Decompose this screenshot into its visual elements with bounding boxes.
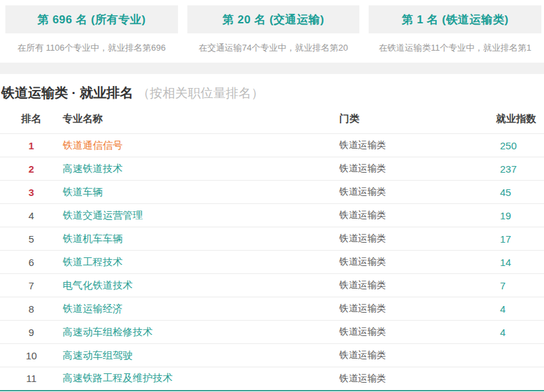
major-cell: 高速铁道技术 bbox=[63, 157, 339, 181]
category-cell: 铁道运输类 bbox=[339, 344, 496, 367]
major-cell: 铁道车辆 bbox=[63, 181, 339, 204]
table-row: 5 铁道机车车辆 铁道运输类 17 bbox=[0, 227, 544, 251]
major-link[interactable]: 高速铁道技术 bbox=[63, 163, 123, 174]
index-cell bbox=[496, 344, 544, 367]
column-header-index: 就业指数 bbox=[496, 107, 544, 134]
category-cell: 铁道运输类 bbox=[339, 321, 496, 344]
index-cell bbox=[496, 367, 544, 391]
major-cell: 高速动车组检修技术 bbox=[63, 321, 339, 344]
table-row: 10 高速动车组驾驶 铁道运输类 bbox=[0, 344, 544, 367]
index-cell: 7 bbox=[496, 274, 544, 297]
category-cell: 铁道运输类 bbox=[339, 227, 496, 251]
table-row: 11 高速铁路工程及维护技术 铁道运输类 bbox=[0, 367, 544, 391]
rank-cell: 4 bbox=[0, 204, 63, 227]
summary-box-transportation: 第 20 名 (交通运输) bbox=[187, 5, 360, 33]
employment-ranking-page: 第 696 名 (所有专业) 第 20 名 (交通运输) 第 1 名 (铁道运输… bbox=[0, 0, 544, 392]
major-cell: 高速动车组驾驶 bbox=[63, 344, 339, 367]
rank-cell: 1 bbox=[0, 134, 63, 157]
summary-box-railway-category: 第 1 名 (铁道运输类) bbox=[369, 5, 541, 33]
major-link[interactable]: 铁道交通运营管理 bbox=[63, 209, 143, 221]
summary-desc-transportation: 在交通运输74个专业中，就业排名第20 bbox=[187, 42, 360, 54]
major-cell: 铁道运输经济 bbox=[63, 297, 339, 321]
table-row: 7 电气化铁道技术 铁道运输类 7 bbox=[0, 274, 544, 297]
category-cell: 铁道运输类 bbox=[339, 274, 496, 297]
section-divider-band bbox=[0, 63, 544, 74]
index-cell: 4 bbox=[496, 297, 544, 321]
major-cell: 铁道交通运营管理 bbox=[63, 204, 339, 227]
section-header: 铁道运输类 · 就业排名 （按相关职位量排名） bbox=[0, 74, 544, 102]
rank-cell: 11 bbox=[0, 367, 63, 391]
category-cell: 铁道运输类 bbox=[339, 204, 496, 227]
summary-descriptions-row: 在所有 1106个专业中，就业排名第696 在交通运输74个专业中，就业排名第2… bbox=[0, 33, 544, 54]
summary-desc-all-majors: 在所有 1106个专业中，就业排名第696 bbox=[5, 42, 178, 54]
major-cell: 铁道通信信号 bbox=[63, 134, 339, 157]
column-header-category: 门类 bbox=[339, 107, 496, 134]
table-row: 8 铁道运输经济 铁道运输类 4 bbox=[0, 297, 544, 321]
major-cell: 铁道工程技术 bbox=[63, 251, 339, 274]
table-row: 1 铁道通信信号 铁道运输类 250 bbox=[0, 134, 544, 157]
ranking-table-body: 1 铁道通信信号 铁道运输类 250 2 高速铁道技术 铁道运输类 237 3 … bbox=[0, 134, 544, 391]
summary-box-title: 第 696 名 (所有专业) bbox=[37, 12, 146, 27]
table-row: 3 铁道车辆 铁道运输类 45 bbox=[0, 181, 544, 204]
category-cell: 铁道运输类 bbox=[339, 157, 496, 181]
summary-boxes-row: 第 696 名 (所有专业) 第 20 名 (交通运输) 第 1 名 (铁道运输… bbox=[0, 0, 544, 33]
rank-cell: 6 bbox=[0, 251, 63, 274]
table-row: 2 高速铁道技术 铁道运输类 237 bbox=[0, 157, 544, 181]
ranking-table: 排名 专业名称 门类 就业指数 1 铁道通信信号 铁道运输类 250 2 高速铁… bbox=[0, 107, 544, 391]
section-subtitle: （按相关职位量排名） bbox=[137, 85, 264, 102]
rank-cell: 10 bbox=[0, 344, 63, 367]
table-row: 4 铁道交通运营管理 铁道运输类 19 bbox=[0, 204, 544, 227]
rank-cell: 2 bbox=[0, 157, 63, 181]
category-cell: 铁道运输类 bbox=[339, 297, 496, 321]
table-row: 9 高速动车组检修技术 铁道运输类 4 bbox=[0, 321, 544, 344]
major-cell: 高速铁路工程及维护技术 bbox=[63, 367, 339, 391]
major-cell: 铁道机车车辆 bbox=[63, 227, 339, 251]
major-cell: 电气化铁道技术 bbox=[63, 274, 339, 297]
index-cell: 14 bbox=[496, 251, 544, 274]
major-link[interactable]: 铁道运输经济 bbox=[63, 303, 123, 314]
category-cell: 铁道运输类 bbox=[339, 251, 496, 274]
major-link[interactable]: 铁道通信信号 bbox=[63, 139, 123, 151]
major-link[interactable]: 铁道车辆 bbox=[63, 186, 103, 197]
summary-box-all-majors: 第 696 名 (所有专业) bbox=[5, 5, 178, 33]
major-link[interactable]: 高速动车组检修技术 bbox=[63, 326, 153, 337]
major-link[interactable]: 高速动车组驾驶 bbox=[63, 349, 133, 361]
summary-desc-railway-category: 在铁道运输类11个专业中，就业排名第1 bbox=[369, 42, 541, 54]
index-cell: 250 bbox=[496, 134, 544, 157]
rank-cell: 3 bbox=[0, 181, 63, 204]
section-title: 铁道运输类 · 就业排名 bbox=[1, 84, 133, 102]
index-cell: 19 bbox=[496, 204, 544, 227]
index-cell: 17 bbox=[496, 227, 544, 251]
column-header-major: 专业名称 bbox=[63, 107, 339, 134]
summary-box-title: 第 1 名 (铁道运输类) bbox=[401, 12, 508, 27]
major-link[interactable]: 铁道工程技术 bbox=[63, 256, 123, 267]
rank-cell: 9 bbox=[0, 321, 63, 344]
column-header-rank: 排名 bbox=[0, 107, 63, 134]
major-link[interactable]: 电气化铁道技术 bbox=[63, 279, 133, 291]
category-cell: 铁道运输类 bbox=[339, 181, 496, 204]
rank-cell: 8 bbox=[0, 297, 63, 321]
rank-cell: 5 bbox=[0, 227, 63, 251]
ranking-table-header: 排名 专业名称 门类 就业指数 bbox=[0, 107, 544, 134]
category-cell: 铁道运输类 bbox=[339, 134, 496, 157]
index-cell: 45 bbox=[496, 181, 544, 204]
index-cell: 237 bbox=[496, 157, 544, 181]
category-cell: 铁道运输类 bbox=[339, 367, 496, 391]
rank-cell: 7 bbox=[0, 274, 63, 297]
major-link[interactable]: 铁道机车车辆 bbox=[63, 233, 123, 244]
major-link[interactable]: 高速铁路工程及维护技术 bbox=[63, 372, 173, 383]
summary-box-title: 第 20 名 (交通运输) bbox=[223, 12, 325, 27]
table-row: 6 铁道工程技术 铁道运输类 14 bbox=[0, 251, 544, 274]
index-cell: 4 bbox=[496, 321, 544, 344]
